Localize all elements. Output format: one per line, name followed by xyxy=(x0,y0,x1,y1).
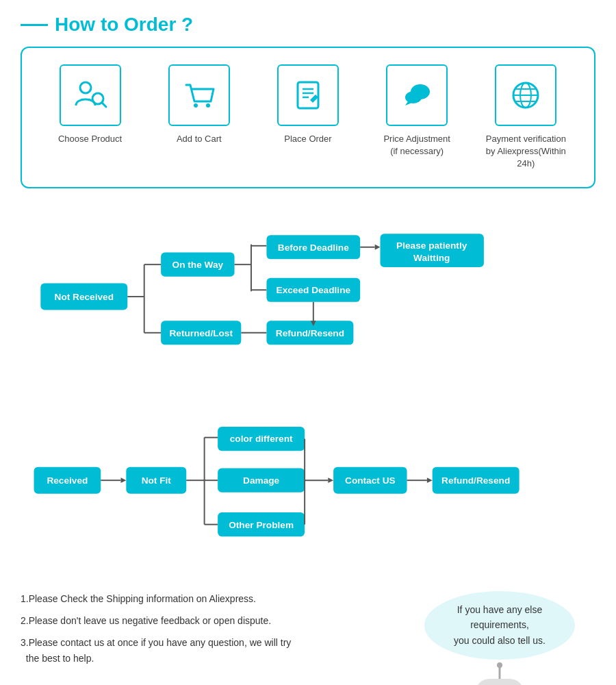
step-payment-verification: Payment verificationby Aliexpress(Within… xyxy=(478,64,574,171)
bottom-notes: 1.Please Check the Shipping information … xyxy=(21,591,390,673)
contact-us-label: Contact US xyxy=(345,475,396,486)
refund-resend-1-label: Refund/Resend xyxy=(276,327,344,338)
bottom-section: 1.Please Check the Shipping information … xyxy=(21,591,595,685)
chat-icon xyxy=(386,64,448,126)
note-1: 1.Please Check the Shipping information … xyxy=(21,591,390,606)
speech-text: If you have any else requirements, you c… xyxy=(441,602,558,648)
flowchart-not-received: Not Received On the Way Before Deadline … xyxy=(21,216,595,383)
svg-marker-26 xyxy=(375,244,381,249)
robot-speech-section: If you have any else requirements, you c… xyxy=(404,591,595,685)
order-steps-box: Choose Product Add to Cart xyxy=(21,47,595,188)
robot-icon xyxy=(455,660,544,685)
refund-resend-2-label: Refund/Resend xyxy=(441,475,510,486)
section-title: How to Order ? xyxy=(21,14,595,36)
svg-point-56 xyxy=(497,662,502,668)
flow1-svg: Not Received On the Way Before Deadline … xyxy=(21,223,595,373)
on-the-way-label: On the Way xyxy=(172,260,224,270)
order-icon xyxy=(277,64,339,126)
svg-rect-57 xyxy=(476,679,524,685)
step-add-to-cart: Add to Cart xyxy=(151,64,247,145)
exceed-deadline-label: Exceed Deadline xyxy=(277,285,351,295)
step-place-order: Place Order xyxy=(260,64,356,145)
svg-marker-50 xyxy=(328,477,333,483)
step-payment-label: Payment verificationby Aliexpress(Within… xyxy=(478,133,574,171)
cart-icon xyxy=(168,64,230,126)
globe-icon xyxy=(495,64,556,126)
title-colored: Order ? xyxy=(124,14,193,35)
svg-point-4 xyxy=(206,103,210,108)
svg-marker-53 xyxy=(427,477,433,483)
title-plain: How to xyxy=(55,14,124,35)
please-wait-line1: Please patiently xyxy=(396,240,467,250)
before-deadline-label: Before Deadline xyxy=(278,242,349,252)
note-3: 3.Please contact us at once if you have … xyxy=(21,635,390,666)
received-label: Received xyxy=(47,475,88,486)
please-wait-line2: Waitting xyxy=(413,253,450,263)
page-title: How to Order ? xyxy=(55,14,193,36)
other-problem-label: Other Problem xyxy=(229,519,294,530)
svg-line-2 xyxy=(102,103,106,107)
step-price-adjustment: Price Adjustment(if necessary) xyxy=(369,64,465,158)
speech-bubble: If you have any else requirements, you c… xyxy=(424,591,575,660)
returned-lost-label: Returned/Lost xyxy=(169,327,233,338)
search-person-icon xyxy=(60,64,121,126)
title-line-decoration xyxy=(21,24,48,26)
step-choose-product: Choose Product xyxy=(42,64,138,145)
color-different-label: color different xyxy=(230,434,293,444)
svg-point-0 xyxy=(80,82,91,93)
step-add-to-cart-label: Add to Cart xyxy=(177,133,222,145)
step-place-order-label: Place Order xyxy=(284,133,331,145)
order-steps-container: Choose Product Add to Cart xyxy=(36,64,580,171)
damage-label: Damage xyxy=(243,475,280,486)
flowchart-received: Received Not Fit color different Damage … xyxy=(21,410,595,564)
svg-point-3 xyxy=(194,103,198,108)
step-price-adjustment-label: Price Adjustment(if necessary) xyxy=(383,133,450,158)
note-2: 2.Please don't leave us negative feedbac… xyxy=(21,613,390,628)
svg-point-10 xyxy=(405,91,422,103)
svg-marker-38 xyxy=(121,477,127,483)
flow2-svg: Received Not Fit color different Damage … xyxy=(21,417,595,554)
not-fit-label: Not Fit xyxy=(142,475,172,486)
step-choose-product-label: Choose Product xyxy=(58,133,122,145)
not-received-label: Not Received xyxy=(55,291,114,301)
